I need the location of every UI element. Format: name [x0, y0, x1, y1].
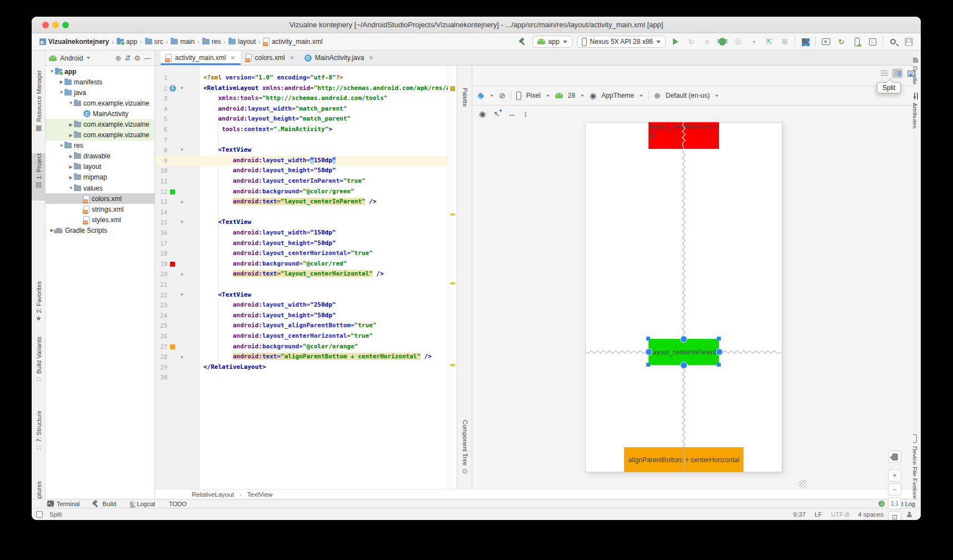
- toolwindow-button-terminal[interactable]: Terminal: [47, 501, 80, 507]
- code-line-5[interactable]: 5 android:layout_height="match_parent": [155, 114, 457, 124]
- breadcrumb-item-res[interactable]: res: [202, 38, 221, 46]
- code-line-13[interactable]: 13▲ android:text="layout_centerInParent"…: [155, 197, 457, 207]
- warning-stripe-mark[interactable]: [450, 213, 455, 216]
- code-line-10[interactable]: 10 android:layout_height="50dp": [155, 166, 457, 176]
- settings-gear-icon[interactable]: ⚙: [134, 54, 141, 62]
- breadcrumb-item-main[interactable]: main: [171, 38, 194, 46]
- sync-gradle-button[interactable]: ↻: [836, 36, 847, 47]
- build-hammer-icon[interactable]: [517, 36, 528, 47]
- attach-profiler-button[interactable]: Ⓖ: [732, 36, 744, 47]
- chevron-collapsed-icon[interactable]: ▶: [68, 133, 74, 138]
- selection-corner-handle[interactable]: [717, 337, 721, 341]
- run-window-button[interactable]: [820, 36, 831, 47]
- run-configuration-select[interactable]: app: [532, 36, 572, 48]
- code-line-4[interactable]: 4 android:layout_width="match_parent": [155, 104, 457, 114]
- pan-hand-icon[interactable]: [888, 451, 901, 463]
- textview-green[interactable]: layout_centerInParent: [648, 339, 719, 365]
- chevron-expanded-icon[interactable]: ▼: [49, 69, 55, 74]
- design-canvas-area[interactable]: + − 1:1 ⊡ layout_centerHorizontallayout_…: [472, 122, 913, 489]
- highlighting-level-icon[interactable]: [906, 512, 912, 517]
- vertical-margins-icon[interactable]: ↕: [523, 109, 527, 118]
- zoom-reset-button[interactable]: 1:1: [888, 497, 901, 509]
- tree-item-manifests[interactable]: ▶manifests: [46, 77, 154, 87]
- code-line-26[interactable]: 26 android:layout_centerHorizontal="true…: [155, 331, 457, 342]
- breadcrumb-item-layout[interactable]: layout: [228, 38, 256, 46]
- fold-end-icon[interactable]: ▲: [181, 269, 183, 279]
- code-line-19[interactable]: 19 android:background="@color/red": [155, 259, 457, 269]
- debug-button[interactable]: [717, 36, 728, 47]
- code-line-23[interactable]: 23 android:layout_width="250dp": [155, 300, 457, 311]
- code-line-24[interactable]: 24 android:layout_height="50dp": [155, 311, 457, 321]
- orientation-icon[interactable]: ⊘: [499, 91, 506, 100]
- fold-collapse-icon[interactable]: ▼: [181, 290, 183, 301]
- selection-corner-handle[interactable]: [717, 363, 721, 367]
- color-swatch-icon[interactable]: [170, 344, 175, 349]
- code-line-21[interactable]: 21: [155, 279, 457, 290]
- code-line-2[interactable]: 2C▼<RelativeLayout xmlns:android="http:/…: [155, 83, 457, 94]
- run-button[interactable]: [670, 36, 681, 47]
- collapse-all-icon[interactable]: ⇵: [124, 54, 131, 62]
- sidebar-item----favorites[interactable]: 2: Favorites★: [32, 281, 46, 339]
- chevron-expanded-icon[interactable]: ▼: [68, 186, 74, 191]
- tree-item-com-example-vizualne[interactable]: ▶com.example.vizualne: [46, 130, 154, 141]
- code-line-8[interactable]: 8▼ <TextView: [155, 145, 457, 156]
- chevron-expanded-icon[interactable]: ▼: [68, 101, 74, 106]
- tree-item-values[interactable]: ▼values: [46, 183, 154, 193]
- toolwindow-button-6--logcat[interactable]: 6: Logcat: [127, 501, 155, 507]
- tree-item-app[interactable]: ▼app: [46, 66, 154, 77]
- context-class-icon[interactable]: C: [169, 85, 176, 92]
- code-line-11[interactable]: 11 android:layout_centerInParent="true": [155, 176, 457, 187]
- chevron-expanded-icon[interactable]: ▼: [58, 143, 64, 148]
- zoom-out-button[interactable]: −: [888, 483, 901, 496]
- split-view-icon[interactable]: [892, 68, 903, 78]
- sdk-manager-button[interactable]: [867, 36, 878, 47]
- tree-item-mainactivity[interactable]: CMainActivity: [46, 108, 154, 119]
- code-line-22[interactable]: 22▼ <TextView: [155, 290, 457, 301]
- code-editor[interactable]: 1<?xml version="1.0" encoding="utf-8"?>2…: [155, 66, 457, 489]
- theme-select[interactable]: AppTheme: [601, 92, 634, 99]
- preview-device-select[interactable]: Pixel: [526, 92, 541, 99]
- project-structure-button[interactable]: [800, 36, 811, 47]
- zoom-to-fit-button[interactable]: ⊡: [888, 511, 901, 520]
- tree-item-colors-xml[interactable]: colors.xml: [46, 193, 154, 204]
- attach-debugger-button[interactable]: ⇱: [764, 36, 775, 47]
- breadcrumb-item-Vizualnekontejnery[interactable]: Vizualnekontejnery: [39, 38, 109, 46]
- inspection-indicator[interactable]: [450, 86, 455, 91]
- file-encoding[interactable]: UTF-8: [831, 511, 849, 518]
- fold-collapse-icon[interactable]: ▼: [181, 83, 183, 94]
- locale-select[interactable]: Default (en-us): [666, 92, 710, 99]
- constraint-anchor-handle[interactable]: [680, 362, 687, 369]
- warning-stripe-mark[interactable]: [450, 282, 455, 284]
- code-line-12[interactable]: 12 android:background="@color/green": [155, 187, 457, 197]
- tab-colors-xml[interactable]: colors.xml✕: [241, 51, 300, 65]
- code-line-7[interactable]: 7: [155, 135, 457, 146]
- apply-code-changes-button[interactable]: ≡: [701, 36, 712, 47]
- code-line-16[interactable]: 16 android:layout_width="150dp": [155, 228, 457, 238]
- code-line-29[interactable]: 29</RelativeLayout>: [155, 362, 457, 373]
- design-view-icon[interactable]: [905, 68, 916, 78]
- chevron-collapsed-icon[interactable]: ▶: [58, 79, 64, 84]
- breadcrumb-relativelayout[interactable]: RelativeLayout: [192, 491, 234, 498]
- code-line-9[interactable]: 9 android:layout_width="150dp": [155, 156, 457, 166]
- toolwindow-button-todo[interactable]: TODO: [166, 501, 187, 507]
- breadcrumb-textview[interactable]: TextView: [247, 491, 273, 498]
- constraint-anchor-handle[interactable]: [680, 336, 687, 343]
- warning-stripe-mark[interactable]: [450, 364, 455, 366]
- tree-item-com-example-vizualne[interactable]: ▼com.example.vizualne: [46, 98, 154, 108]
- color-swatch-icon[interactable]: [170, 262, 175, 267]
- hide-panel-icon[interactable]: —: [144, 54, 151, 62]
- chevron-collapsed-icon[interactable]: ▶: [68, 122, 74, 127]
- code-line-27[interactable]: 27 android:background="@color/orange": [155, 342, 457, 352]
- fold-end-icon[interactable]: ▲: [181, 352, 183, 362]
- sidebar-item-build-variants[interactable]: Build Variants∷: [32, 337, 46, 403]
- tool-window-toggle-icon[interactable]: [36, 511, 43, 518]
- code-line-1[interactable]: 1<?xml version="1.0" encoding="utf-8"?>: [155, 73, 457, 83]
- code-view-icon[interactable]: [879, 68, 890, 78]
- profile-button[interactable]: ◔: [748, 36, 759, 47]
- constraint-anchor-handle[interactable]: [716, 348, 723, 356]
- code-line-25[interactable]: 25 android:layout_alignParentBottom="tru…: [155, 321, 457, 331]
- zoom-in-button[interactable]: +: [888, 469, 901, 482]
- chevron-collapsed-icon[interactable]: ▶: [68, 154, 74, 159]
- resize-handle[interactable]: [799, 480, 807, 488]
- tree-item-layout[interactable]: ▶layout: [46, 162, 154, 172]
